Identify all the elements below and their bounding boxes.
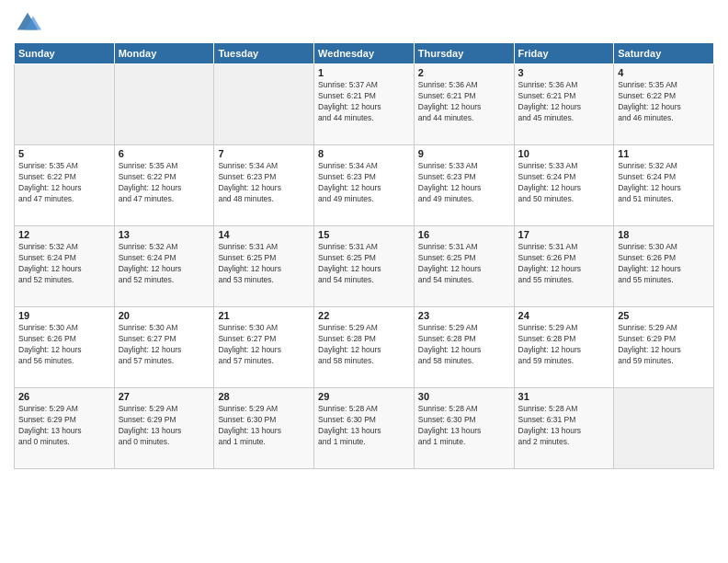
day-number: 2	[418, 67, 510, 78]
day-number: 18	[618, 229, 710, 240]
day-info: Sunrise: 5:29 AM Sunset: 6:29 PM Dayligh…	[119, 404, 210, 448]
calendar-cell: 5Sunrise: 5:35 AM Sunset: 6:22 PM Daylig…	[15, 145, 115, 226]
day-info: Sunrise: 5:33 AM Sunset: 6:24 PM Dayligh…	[518, 161, 610, 205]
calendar-cell: 21Sunrise: 5:30 AM Sunset: 6:27 PM Dayli…	[214, 307, 314, 388]
day-info: Sunrise: 5:30 AM Sunset: 6:27 PM Dayligh…	[218, 323, 310, 367]
day-info: Sunrise: 5:36 AM Sunset: 6:21 PM Dayligh…	[418, 80, 510, 124]
weekday-header-tuesday: Tuesday	[214, 43, 314, 64]
day-number: 8	[318, 148, 410, 159]
calendar-cell: 17Sunrise: 5:31 AM Sunset: 6:26 PM Dayli…	[514, 226, 614, 307]
day-number: 4	[618, 67, 710, 78]
day-number: 27	[119, 391, 210, 402]
weekday-header-saturday: Saturday	[614, 43, 714, 64]
day-number: 7	[218, 148, 310, 159]
weekday-header-sunday: Sunday	[15, 43, 115, 64]
calendar-cell: 19Sunrise: 5:30 AM Sunset: 6:26 PM Dayli…	[15, 307, 115, 388]
calendar-cell: 9Sunrise: 5:33 AM Sunset: 6:23 PM Daylig…	[414, 145, 514, 226]
weekday-header-wednesday: Wednesday	[314, 43, 415, 64]
weekday-header-monday: Monday	[114, 43, 214, 64]
calendar-cell: 22Sunrise: 5:29 AM Sunset: 6:28 PM Dayli…	[314, 307, 415, 388]
calendar-cell	[214, 64, 314, 145]
calendar-cell	[614, 388, 714, 469]
calendar-cell: 15Sunrise: 5:31 AM Sunset: 6:25 PM Dayli…	[314, 226, 415, 307]
logo	[14, 9, 45, 37]
day-number: 26	[18, 391, 110, 402]
calendar-cell	[114, 64, 214, 145]
calendar-week-2: 5Sunrise: 5:35 AM Sunset: 6:22 PM Daylig…	[15, 145, 714, 226]
day-number: 31	[518, 391, 610, 402]
day-info: Sunrise: 5:28 AM Sunset: 6:31 PM Dayligh…	[518, 404, 610, 448]
day-info: Sunrise: 5:37 AM Sunset: 6:21 PM Dayligh…	[318, 80, 410, 124]
day-info: Sunrise: 5:29 AM Sunset: 6:28 PM Dayligh…	[318, 323, 410, 367]
calendar-cell: 6Sunrise: 5:35 AM Sunset: 6:22 PM Daylig…	[114, 145, 214, 226]
day-number: 22	[318, 310, 410, 321]
day-info: Sunrise: 5:35 AM Sunset: 6:22 PM Dayligh…	[119, 161, 210, 205]
day-number: 28	[218, 391, 310, 402]
calendar-cell: 3Sunrise: 5:36 AM Sunset: 6:21 PM Daylig…	[514, 64, 614, 145]
day-info: Sunrise: 5:29 AM Sunset: 6:29 PM Dayligh…	[618, 323, 710, 367]
day-number: 14	[218, 229, 310, 240]
calendar-cell: 13Sunrise: 5:32 AM Sunset: 6:24 PM Dayli…	[114, 226, 214, 307]
calendar-cell: 1Sunrise: 5:37 AM Sunset: 6:21 PM Daylig…	[314, 64, 415, 145]
day-info: Sunrise: 5:34 AM Sunset: 6:23 PM Dayligh…	[218, 161, 310, 205]
day-info: Sunrise: 5:31 AM Sunset: 6:26 PM Dayligh…	[518, 242, 610, 286]
calendar-cell: 20Sunrise: 5:30 AM Sunset: 6:27 PM Dayli…	[114, 307, 214, 388]
day-info: Sunrise: 5:29 AM Sunset: 6:29 PM Dayligh…	[18, 404, 110, 448]
calendar-cell: 16Sunrise: 5:31 AM Sunset: 6:25 PM Dayli…	[414, 226, 514, 307]
day-info: Sunrise: 5:28 AM Sunset: 6:30 PM Dayligh…	[418, 404, 510, 448]
calendar-cell: 27Sunrise: 5:29 AM Sunset: 6:29 PM Dayli…	[114, 388, 214, 469]
day-number: 30	[418, 391, 510, 402]
calendar-table: SundayMondayTuesdayWednesdayThursdayFrid…	[14, 42, 714, 469]
logo-icon	[14, 9, 41, 37]
day-info: Sunrise: 5:35 AM Sunset: 6:22 PM Dayligh…	[18, 161, 110, 205]
calendar-cell: 29Sunrise: 5:28 AM Sunset: 6:30 PM Dayli…	[314, 388, 415, 469]
calendar-week-3: 12Sunrise: 5:32 AM Sunset: 6:24 PM Dayli…	[15, 226, 714, 307]
calendar-cell: 8Sunrise: 5:34 AM Sunset: 6:23 PM Daylig…	[314, 145, 415, 226]
calendar-cell: 31Sunrise: 5:28 AM Sunset: 6:31 PM Dayli…	[514, 388, 614, 469]
day-info: Sunrise: 5:33 AM Sunset: 6:23 PM Dayligh…	[418, 161, 510, 205]
page-container: SundayMondayTuesdayWednesdayThursdayFrid…	[0, 0, 728, 478]
day-info: Sunrise: 5:35 AM Sunset: 6:22 PM Dayligh…	[618, 80, 710, 124]
day-info: Sunrise: 5:30 AM Sunset: 6:26 PM Dayligh…	[618, 242, 710, 286]
header	[14, 9, 714, 37]
day-info: Sunrise: 5:31 AM Sunset: 6:25 PM Dayligh…	[218, 242, 310, 286]
day-number: 16	[418, 229, 510, 240]
calendar-cell: 11Sunrise: 5:32 AM Sunset: 6:24 PM Dayli…	[614, 145, 714, 226]
calendar-cell	[15, 64, 115, 145]
day-number: 13	[119, 229, 210, 240]
calendar-cell: 12Sunrise: 5:32 AM Sunset: 6:24 PM Dayli…	[15, 226, 115, 307]
day-number: 23	[418, 310, 510, 321]
day-info: Sunrise: 5:30 AM Sunset: 6:26 PM Dayligh…	[18, 323, 110, 367]
calendar-cell: 26Sunrise: 5:29 AM Sunset: 6:29 PM Dayli…	[15, 388, 115, 469]
day-number: 11	[618, 148, 710, 159]
weekday-header-row: SundayMondayTuesdayWednesdayThursdayFrid…	[15, 43, 714, 64]
calendar-week-5: 26Sunrise: 5:29 AM Sunset: 6:29 PM Dayli…	[15, 388, 714, 469]
day-info: Sunrise: 5:31 AM Sunset: 6:25 PM Dayligh…	[318, 242, 410, 286]
calendar-cell: 2Sunrise: 5:36 AM Sunset: 6:21 PM Daylig…	[414, 64, 514, 145]
day-info: Sunrise: 5:29 AM Sunset: 6:30 PM Dayligh…	[218, 404, 310, 448]
calendar-cell: 25Sunrise: 5:29 AM Sunset: 6:29 PM Dayli…	[614, 307, 714, 388]
calendar-cell: 18Sunrise: 5:30 AM Sunset: 6:26 PM Dayli…	[614, 226, 714, 307]
weekday-header-thursday: Thursday	[414, 43, 514, 64]
day-info: Sunrise: 5:32 AM Sunset: 6:24 PM Dayligh…	[618, 161, 710, 205]
calendar-week-4: 19Sunrise: 5:30 AM Sunset: 6:26 PM Dayli…	[15, 307, 714, 388]
day-info: Sunrise: 5:34 AM Sunset: 6:23 PM Dayligh…	[318, 161, 410, 205]
day-number: 9	[418, 148, 510, 159]
calendar-cell: 7Sunrise: 5:34 AM Sunset: 6:23 PM Daylig…	[214, 145, 314, 226]
day-number: 12	[18, 229, 110, 240]
day-number: 24	[518, 310, 610, 321]
calendar-cell: 24Sunrise: 5:29 AM Sunset: 6:28 PM Dayli…	[514, 307, 614, 388]
day-number: 20	[119, 310, 210, 321]
calendar-cell: 10Sunrise: 5:33 AM Sunset: 6:24 PM Dayli…	[514, 145, 614, 226]
day-number: 29	[318, 391, 410, 402]
calendar-cell: 28Sunrise: 5:29 AM Sunset: 6:30 PM Dayli…	[214, 388, 314, 469]
day-number: 1	[318, 67, 410, 78]
day-info: Sunrise: 5:32 AM Sunset: 6:24 PM Dayligh…	[18, 242, 110, 286]
day-info: Sunrise: 5:29 AM Sunset: 6:28 PM Dayligh…	[418, 323, 510, 367]
day-info: Sunrise: 5:32 AM Sunset: 6:24 PM Dayligh…	[119, 242, 210, 286]
day-number: 3	[518, 67, 610, 78]
day-info: Sunrise: 5:29 AM Sunset: 6:28 PM Dayligh…	[518, 323, 610, 367]
calendar-cell: 4Sunrise: 5:35 AM Sunset: 6:22 PM Daylig…	[614, 64, 714, 145]
day-info: Sunrise: 5:36 AM Sunset: 6:21 PM Dayligh…	[518, 80, 610, 124]
day-info: Sunrise: 5:28 AM Sunset: 6:30 PM Dayligh…	[318, 404, 410, 448]
